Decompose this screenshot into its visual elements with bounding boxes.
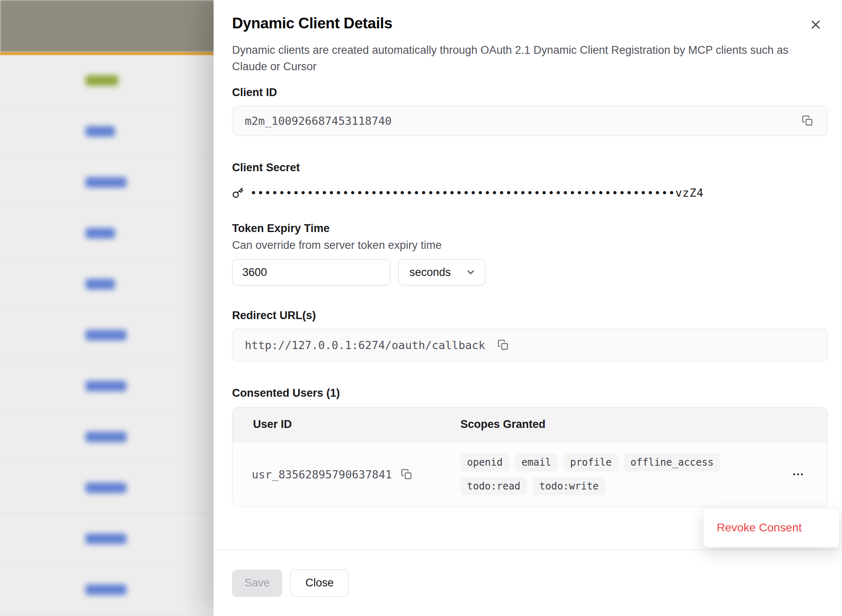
column-header-user-id: User ID (232, 418, 460, 431)
save-button[interactable]: Save (232, 570, 282, 597)
background-blurred-text (85, 533, 127, 544)
background-blurred-text (85, 75, 118, 86)
chevron-down-icon (465, 267, 476, 278)
background-blurred-text (85, 279, 115, 290)
user-id-cell: usr_83562895790637841 (232, 467, 460, 482)
scope-badge: todo:read (460, 477, 527, 495)
scope-badge: offline_access (624, 453, 720, 471)
token-expiry-label: Token Expiry Time (232, 222, 828, 235)
background-row (0, 208, 214, 259)
user-id-value: usr_83562895790637841 (252, 468, 392, 481)
redirect-url-field: http://127.0.0.1:6274/oauth/callback (232, 329, 828, 361)
client-secret-section: Client Secret ••••••••••••••••••••••••••… (232, 161, 828, 199)
table-row: usr_83562895790637841 openidemailprofile… (232, 442, 827, 507)
revoke-consent-menu-item[interactable]: Revoke Consent (717, 521, 802, 534)
background-row (0, 106, 214, 157)
scope-badge: openid (460, 453, 509, 471)
client-secret-label: Client Secret (232, 161, 828, 174)
background-row (0, 310, 214, 361)
scope-badge: todo:write (533, 477, 605, 495)
consented-users-table-header: User ID Scopes Granted (232, 407, 827, 442)
client-secret-row: ••••••••••••••••••••••••••••••••••••••••… (232, 186, 828, 199)
copy-client-id-icon[interactable] (800, 113, 815, 128)
background-blurred-text (85, 177, 127, 188)
token-expiry-unit-select[interactable]: seconds (398, 259, 485, 285)
background-blurred-text (85, 330, 127, 340)
background-blurred-text (85, 483, 127, 493)
redirect-url-value: http://127.0.0.1:6274/oauth/callback (245, 339, 485, 352)
token-expiry-helper: Can override from server token expiry ti… (232, 239, 828, 252)
scope-badges: openidemailprofileoffline_accesstodo:rea… (460, 445, 748, 503)
background-row (0, 462, 214, 513)
background-blurred-text (85, 228, 115, 239)
copy-redirect-url-icon[interactable] (496, 338, 511, 352)
copy-user-id-icon[interactable] (399, 467, 414, 482)
token-expiry-inputs: seconds (232, 259, 828, 285)
background-row (0, 411, 214, 462)
column-header-scopes: Scopes Granted (460, 418, 827, 431)
background-row (0, 157, 214, 208)
modal-header: Dynamic Client Details Dynamic clients a… (214, 0, 842, 75)
key-icon (232, 187, 244, 199)
background-blurred-text (85, 432, 127, 442)
redirect-urls-section: Redirect URL(s) http://127.0.0.1:6274/oa… (232, 309, 828, 361)
close-button[interactable]: Close (290, 570, 349, 597)
redirect-urls-label: Redirect URL(s) (232, 309, 828, 322)
background-row (0, 361, 214, 411)
row-menu-ellipsis-icon[interactable] (791, 468, 805, 481)
modal-title: Dynamic Client Details (232, 15, 824, 32)
client-id-label: Client ID (232, 86, 828, 99)
background-row (0, 513, 214, 564)
client-secret-masked-value: ••••••••••••••••••••••••••••••••••••••••… (250, 186, 704, 199)
consented-users-table: User ID Scopes Granted usr_8356289579063… (232, 407, 828, 507)
client-id-section: Client ID m2m_100926687453118740 (232, 86, 828, 136)
modal-footer: Save Close (214, 549, 842, 616)
background-blurred-text (85, 381, 127, 391)
row-actions-cell (791, 468, 827, 481)
client-id-field: m2m_100926687453118740 (232, 106, 828, 136)
background-row (0, 564, 214, 615)
modal-body: Client ID m2m_100926687453118740 Client … (214, 75, 842, 549)
consented-users-section: Consented Users (1) User ID Scopes Grant… (232, 387, 828, 507)
consented-users-label: Consented Users (1) (232, 387, 828, 400)
scope-badge: profile (564, 453, 618, 471)
scope-badge: email (515, 453, 558, 471)
background-rows (0, 55, 214, 616)
background-blurred-text (85, 126, 115, 137)
close-icon[interactable] (807, 16, 825, 34)
token-expiry-section: Token Expiry Time Can override from serv… (232, 222, 828, 285)
token-expiry-input[interactable] (232, 259, 390, 285)
modal-description: Dynamic clients are created automaticall… (232, 42, 815, 75)
client-id-value: m2m_100926687453118740 (245, 115, 392, 127)
token-expiry-unit-value: seconds (409, 266, 451, 279)
background-row (0, 259, 214, 310)
row-context-menu: Revoke Consent (703, 508, 840, 547)
background-row (0, 55, 214, 106)
background-blurred-text (85, 584, 127, 595)
